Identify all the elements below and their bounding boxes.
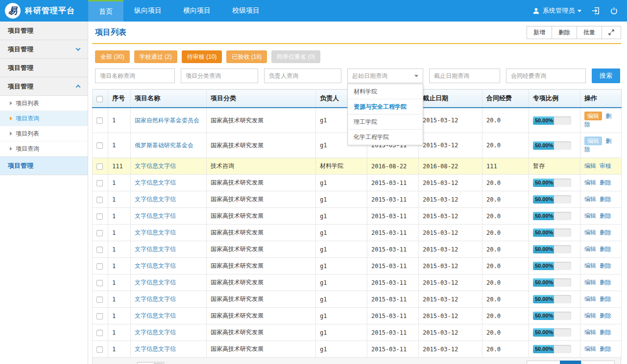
category-search-input[interactable]	[181, 68, 258, 83]
user-menu[interactable]: 系统管理员	[532, 6, 581, 15]
project-name-link[interactable]: 文字信息文字信	[135, 246, 176, 252]
sidebar-item-1[interactable]: 项目管理	[0, 22, 88, 40]
sidebar-subitem-7[interactable]: 项目列表	[0, 126, 88, 141]
row-checkbox[interactable]	[96, 247, 103, 253]
project-name-link[interactable]: 文字信息文字信	[135, 229, 176, 236]
search-button[interactable]: 搜索	[592, 68, 620, 83]
nav-item-2[interactable]: 纵向项目	[123, 0, 172, 22]
sidebar-item-3[interactable]: 项目管理	[0, 59, 88, 77]
cell-ratio: 50.00%	[529, 208, 580, 225]
row-action-1[interactable]: 编辑	[584, 229, 596, 236]
row-action-1[interactable]: 编辑	[584, 179, 596, 186]
row-checkbox[interactable]	[96, 142, 103, 149]
project-name-link[interactable]: 文字信息文字信	[135, 212, 176, 219]
row-action-1[interactable]: 编辑	[584, 312, 596, 319]
toolbar-button-2[interactable]: 删除	[552, 26, 577, 39]
select-all-checkbox[interactable]	[96, 96, 103, 102]
row-action-2[interactable]: 删除	[600, 212, 611, 219]
row-action-2[interactable]: 删除	[600, 196, 611, 203]
toolbar-button-3[interactable]: 批量	[577, 26, 602, 39]
row-checkbox[interactable]	[96, 230, 103, 236]
row-action-2[interactable]: 删除	[600, 262, 611, 269]
filter-tab-5[interactable]: 同单位重名 (0)	[271, 50, 320, 63]
sidebar-item-4[interactable]: 项目管理	[0, 77, 88, 96]
row-action-2[interactable]: 删除	[600, 229, 611, 236]
cell-ratio: 暂存	[529, 158, 580, 175]
project-name-link[interactable]: 国家自然科学基金委员会	[135, 117, 199, 124]
project-name-link[interactable]: 文字信息文字信	[135, 296, 176, 302]
sidebar-subitem-8[interactable]: 项目查询	[0, 141, 88, 157]
row-action-1[interactable]: 编辑	[584, 112, 602, 120]
row-action-2[interactable]: 删除	[600, 329, 611, 336]
toolbar-button-1[interactable]: 新增	[527, 26, 552, 39]
row-action-1[interactable]: 编辑	[584, 212, 596, 219]
row-action-1[interactable]: 编辑	[584, 296, 596, 302]
cell-category: 国家高技术研究发展	[207, 175, 316, 191]
prev-page-button[interactable]: 上一页	[527, 361, 560, 364]
next-page-button[interactable]: 下一页	[581, 361, 615, 364]
row-action-1[interactable]: 编辑	[584, 279, 596, 286]
row-action-1[interactable]: 编辑	[584, 136, 602, 145]
sidebar-item-2[interactable]: 项目管理	[0, 40, 88, 59]
cell-ratio: 50.00%	[529, 341, 580, 358]
dropdown-item-1[interactable]: 材料学院	[348, 84, 423, 99]
row-checkbox[interactable]	[96, 163, 103, 170]
project-name-link[interactable]: 文字信息文字信	[135, 345, 176, 352]
dropdown-item-3[interactable]: 理工学院	[348, 114, 423, 130]
nav-item-3[interactable]: 横向项目	[172, 0, 221, 22]
current-page-button[interactable]: 1	[560, 361, 581, 364]
row-action-2[interactable]: 删除	[600, 312, 611, 319]
page-size-select[interactable]: 10	[137, 362, 164, 364]
row-checkbox[interactable]	[96, 117, 103, 124]
row-action-1[interactable]: 编辑	[584, 329, 596, 336]
row-action-1[interactable]: 编辑	[584, 345, 596, 352]
power-icon[interactable]	[610, 7, 618, 15]
name-search-input[interactable]	[95, 68, 175, 83]
row-action-2[interactable]: 删除	[600, 279, 611, 286]
sidebar-item-9[interactable]: 项目管理	[0, 157, 88, 175]
row-action-2[interactable]: 删除	[600, 345, 611, 352]
filter-tab-2[interactable]: 学校通过 (2)	[134, 50, 177, 63]
project-name-link[interactable]: 文字信息文字信	[135, 196, 176, 203]
row-checkbox[interactable]	[96, 180, 103, 186]
leader-search-input[interactable]	[264, 68, 341, 83]
filter-tab-1[interactable]: 全部 (30)	[95, 50, 130, 63]
fund-search-input[interactable]	[506, 68, 586, 83]
row-checkbox[interactable]	[96, 197, 103, 203]
row-action-2[interactable]: 删除	[600, 179, 611, 186]
project-name-link[interactable]: 文字信息文字信	[135, 312, 176, 319]
row-action-1[interactable]: 编辑	[584, 162, 596, 169]
row-checkbox[interactable]	[96, 296, 103, 303]
row-checkbox[interactable]	[96, 313, 103, 319]
project-name-link[interactable]: 文字信息文字信	[135, 162, 176, 169]
filter-tab-4[interactable]: 已验收 (18)	[226, 50, 267, 63]
export-icon[interactable]	[591, 6, 600, 15]
expand-icon-button[interactable]	[602, 26, 621, 39]
row-checkbox[interactable]	[96, 213, 103, 220]
row-checkbox[interactable]	[96, 263, 103, 270]
nav-item-4[interactable]: 校级项目	[221, 0, 270, 22]
nav-item-1[interactable]: 首页	[88, 0, 123, 22]
project-name-link[interactable]: 文字信息文字信	[135, 279, 176, 286]
project-name-link[interactable]: 俄罗斯基础研究基金会	[135, 142, 193, 149]
sidebar-subitem-5[interactable]: 项目列表	[0, 96, 88, 111]
dropdown-item-2[interactable]: 资源与安全工程学院	[348, 99, 423, 114]
filter-tab-3[interactable]: 待审核 (10)	[182, 50, 222, 63]
dropdown-item-4[interactable]: 化学工程学院	[348, 130, 423, 145]
row-action-2[interactable]: 删除	[600, 246, 611, 252]
row-action-1[interactable]: 编辑	[584, 262, 596, 269]
end-search-input[interactable]	[429, 68, 500, 83]
row-checkbox[interactable]	[96, 330, 103, 336]
row-checkbox[interactable]	[96, 346, 103, 353]
row-action-2[interactable]: 审核	[600, 162, 611, 169]
sidebar-subitem-6[interactable]: 项目查询	[0, 111, 88, 126]
row-action-1[interactable]: 编辑	[584, 196, 596, 203]
row-action-1[interactable]: 编辑	[584, 246, 596, 252]
row-action-2[interactable]: 删除	[600, 296, 611, 302]
start-date-select[interactable]: 起始日期查询	[347, 68, 423, 83]
row-checkbox[interactable]	[96, 280, 103, 286]
project-name-link[interactable]: 文字信息文字信	[135, 329, 176, 336]
progress-bar: 50.00%	[533, 278, 571, 287]
project-name-link[interactable]: 文字信息文字信	[135, 179, 176, 186]
project-name-link[interactable]: 文字信息文字信	[135, 262, 176, 269]
